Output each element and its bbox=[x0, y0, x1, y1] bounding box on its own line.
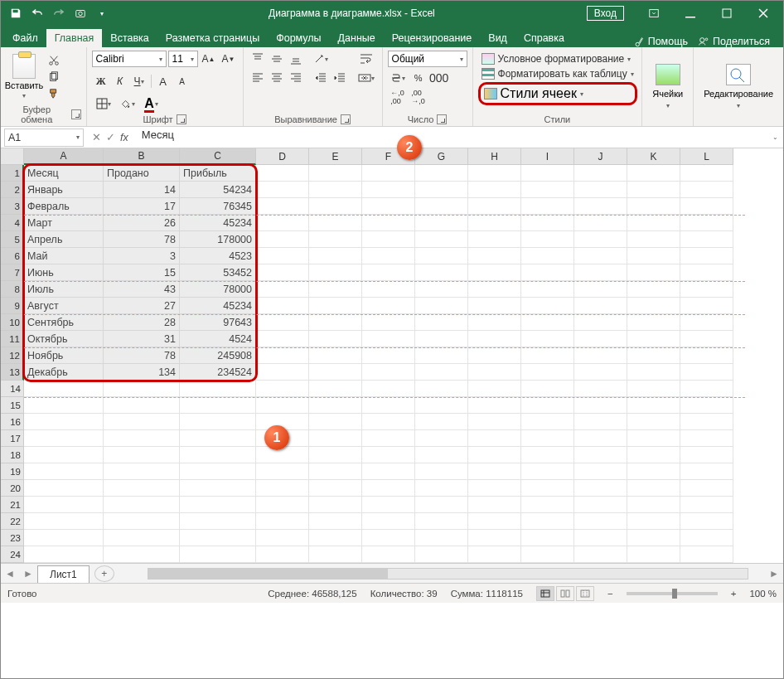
cell[interactable]: 31 bbox=[104, 331, 180, 347]
fill-color-button[interactable]: ▾ bbox=[116, 95, 139, 112]
cell[interactable] bbox=[574, 314, 627, 331]
row-header[interactable]: 12 bbox=[1, 347, 24, 364]
cell[interactable] bbox=[309, 198, 362, 215]
cell[interactable] bbox=[680, 165, 733, 182]
cell[interactable] bbox=[521, 231, 574, 248]
row-header[interactable]: 22 bbox=[1, 513, 24, 530]
cell[interactable] bbox=[680, 281, 733, 298]
cell[interactable] bbox=[680, 546, 733, 563]
dialog-launcher-icon[interactable] bbox=[71, 109, 81, 119]
orientation-icon[interactable]: ▾ bbox=[312, 51, 330, 67]
cell[interactable] bbox=[415, 231, 468, 248]
cell[interactable] bbox=[627, 447, 680, 463]
ribbon-options-icon[interactable] bbox=[637, 2, 670, 25]
cell[interactable] bbox=[256, 480, 309, 497]
cell[interactable] bbox=[468, 347, 521, 364]
cell[interactable] bbox=[574, 480, 627, 497]
cell[interactable] bbox=[521, 414, 574, 430]
cell[interactable] bbox=[415, 480, 468, 497]
cell[interactable] bbox=[362, 198, 415, 215]
cell[interactable] bbox=[362, 447, 415, 463]
cell[interactable] bbox=[309, 414, 362, 430]
format-painter-icon[interactable] bbox=[46, 86, 62, 101]
cell[interactable] bbox=[627, 198, 680, 215]
cell[interactable] bbox=[256, 546, 309, 563]
fx-icon[interactable]: fx bbox=[120, 132, 128, 143]
underline-button[interactable]: Ч▾ bbox=[130, 73, 148, 90]
cell[interactable] bbox=[309, 513, 362, 530]
cell[interactable] bbox=[415, 414, 468, 430]
cell[interactable] bbox=[362, 497, 415, 513]
cell[interactable] bbox=[180, 381, 256, 397]
cell[interactable] bbox=[309, 298, 362, 314]
cell[interactable] bbox=[680, 264, 733, 281]
cell[interactable] bbox=[415, 331, 468, 347]
cell[interactable] bbox=[180, 430, 256, 447]
cell[interactable] bbox=[256, 397, 309, 414]
cell[interactable] bbox=[415, 165, 468, 182]
cell[interactable] bbox=[468, 480, 521, 497]
cell[interactable]: 234524 bbox=[180, 364, 256, 381]
cell[interactable] bbox=[362, 480, 415, 497]
cell[interactable] bbox=[521, 513, 574, 530]
increase-font-icon2[interactable]: A bbox=[154, 73, 172, 90]
tab-главная[interactable]: Главная bbox=[46, 29, 103, 47]
cell[interactable] bbox=[309, 497, 362, 513]
increase-decimal-icon[interactable]: ←,0,00 bbox=[388, 89, 408, 105]
wrap-text-icon[interactable] bbox=[356, 51, 377, 67]
cell[interactable]: Продано bbox=[104, 165, 180, 182]
font-name-combo[interactable]: Calibri▾ bbox=[92, 51, 167, 67]
cell[interactable] bbox=[309, 530, 362, 546]
cell[interactable]: 78000 bbox=[180, 281, 256, 298]
cell[interactable] bbox=[574, 215, 627, 231]
cell[interactable] bbox=[415, 447, 468, 463]
save-icon[interactable] bbox=[6, 3, 26, 23]
cell[interactable]: 134 bbox=[104, 364, 180, 381]
cell[interactable] bbox=[627, 480, 680, 497]
cell[interactable] bbox=[680, 364, 733, 381]
cell[interactable] bbox=[574, 430, 627, 447]
row-header[interactable]: 9 bbox=[1, 298, 24, 314]
cell[interactable] bbox=[256, 182, 309, 198]
decrease-font-icon[interactable]: A▼ bbox=[220, 51, 238, 67]
row-header[interactable]: 23 bbox=[1, 530, 24, 546]
cell[interactable] bbox=[468, 198, 521, 215]
cell[interactable] bbox=[415, 298, 468, 314]
cell[interactable] bbox=[362, 298, 415, 314]
dialog-launcher-icon[interactable] bbox=[341, 114, 351, 124]
cell[interactable]: Декабрь bbox=[24, 364, 104, 381]
cell[interactable] bbox=[574, 546, 627, 563]
cell[interactable] bbox=[256, 447, 309, 463]
cell[interactable]: 28 bbox=[104, 314, 180, 331]
cell[interactable] bbox=[309, 430, 362, 447]
cell[interactable]: 15 bbox=[104, 264, 180, 281]
cut-icon[interactable] bbox=[46, 53, 62, 68]
cell[interactable] bbox=[521, 248, 574, 264]
undo-icon[interactable] bbox=[27, 3, 47, 23]
cell[interactable] bbox=[627, 314, 680, 331]
cell[interactable] bbox=[362, 364, 415, 381]
cell[interactable] bbox=[24, 447, 104, 463]
cell[interactable] bbox=[256, 513, 309, 530]
cell[interactable] bbox=[104, 414, 180, 430]
cell[interactable] bbox=[180, 397, 256, 414]
cell[interactable] bbox=[309, 264, 362, 281]
tab-справка[interactable]: Справка bbox=[515, 29, 573, 47]
decrease-font-icon2[interactable]: A bbox=[173, 73, 191, 90]
font-size-combo[interactable]: 11▾ bbox=[168, 51, 198, 67]
new-sheet-icon[interactable]: + bbox=[94, 565, 114, 582]
cell[interactable] bbox=[104, 530, 180, 546]
cell[interactable] bbox=[256, 248, 309, 264]
cell[interactable] bbox=[256, 463, 309, 480]
cell[interactable] bbox=[256, 165, 309, 182]
cell[interactable] bbox=[468, 381, 521, 397]
cell[interactable]: 17 bbox=[104, 198, 180, 215]
cell[interactable] bbox=[468, 530, 521, 546]
cell[interactable]: 43 bbox=[104, 281, 180, 298]
row-header[interactable]: 17 bbox=[1, 430, 24, 447]
cell[interactable] bbox=[24, 513, 104, 530]
cell[interactable] bbox=[104, 497, 180, 513]
cell[interactable] bbox=[180, 414, 256, 430]
prev-sheet-icon[interactable]: ◄ bbox=[1, 568, 19, 580]
row-header[interactable]: 16 bbox=[1, 414, 24, 430]
